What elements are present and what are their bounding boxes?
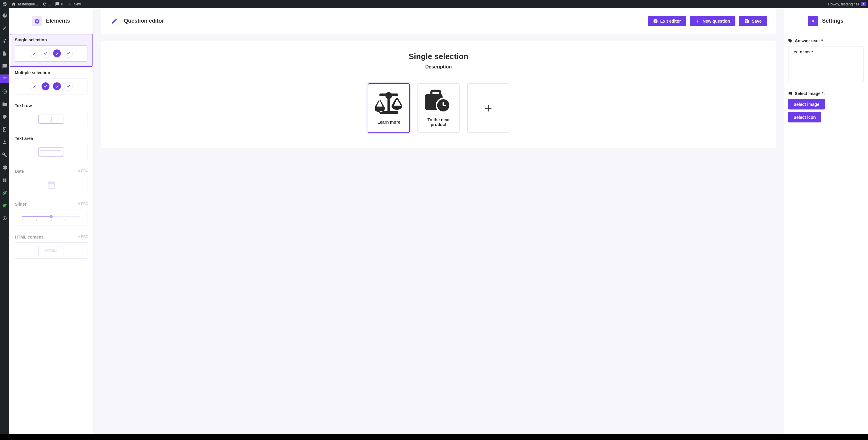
home-icon [11,2,16,6]
site-name-link[interactable]: Testengine 1 [11,2,38,6]
new-label: New [73,2,81,6]
updates-link[interactable]: 3 [42,2,51,6]
wp-logo[interactable] [2,2,7,6]
comments-link[interactable]: 0 [55,2,63,6]
new-content-link[interactable]: New [67,2,81,6]
howdy-user[interactable]: Howdy, testengine1 [828,2,866,6]
howdy-text: Howdy, testengine1 [828,2,860,6]
plus-icon [67,2,72,6]
wp-admin-bar: Testengine 1 3 0 New Howdy, testengine1 [0,0,868,8]
updates-count: 3 [49,2,51,6]
user-avatar [861,2,866,6]
refresh-icon [42,2,47,6]
site-name-text: Testengine 1 [18,2,38,6]
comments-count: 0 [61,2,63,6]
comment-icon [55,2,60,6]
